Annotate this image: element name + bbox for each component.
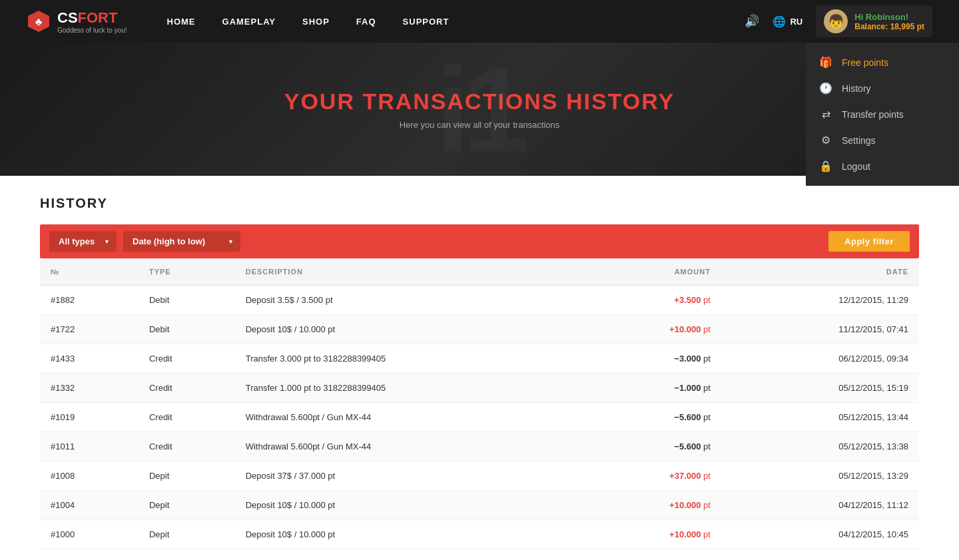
menu-label-logout: Logout [842, 161, 870, 172]
cell-description: Deposit 3.5$ / 3.500 pt [235, 286, 586, 315]
cell-description: Deposit 37$ / 37.000 pt [235, 461, 586, 491]
svg-text:♣: ♣ [35, 16, 43, 27]
cell-date: 05/12/2015, 15:19 [721, 374, 919, 403]
cell-date: 04/12/2015, 10:45 [721, 520, 919, 549]
logo[interactable]: ♣ CSFORT Goddess of luck to you! [27, 9, 127, 34]
hero-bg-decoration: i1 [436, 43, 523, 176]
sound-icon[interactable]: 🔊 [745, 14, 759, 29]
avatar: 👦 [824, 9, 848, 33]
menu-label-transfer-points: Transfer points [842, 109, 904, 120]
cell-date: 05/12/2015, 13:38 [721, 432, 919, 461]
table-header-row: № TYPE DESCRIPTION AMOUNT DATE [40, 258, 919, 286]
cell-num: #1011 [40, 432, 139, 461]
nav-gameplay[interactable]: GAMEPLAY [222, 17, 276, 27]
cell-amount: +37.000 pt [585, 461, 721, 491]
user-greeting: Hi Robinson! [854, 12, 924, 22]
menu-item-history[interactable]: 🕐 History [806, 75, 959, 101]
menu-item-free-points[interactable]: 🎁 Free points [806, 49, 959, 75]
user-balance: Balance: 18,995 pt [854, 22, 924, 31]
transfer-icon: ⇄ [819, 108, 832, 121]
menu-item-logout[interactable]: 🔒 Logout [806, 153, 959, 179]
cell-description: Transfer 1.000 pt to 3182288399405 [235, 374, 586, 403]
balance-value: 18,995 pt [890, 22, 924, 31]
cell-date: 06/12/2015, 09:34 [721, 344, 919, 374]
cell-amount: +10.000 pt [585, 315, 721, 344]
filter-bar: All types Debit Credit Depit Date (high … [40, 224, 919, 258]
cell-description: Withdrawal 5.600pt / Gun MX-44 [235, 432, 586, 461]
logo-icon: ♣ [27, 9, 51, 33]
table-row: #1433 Credit Transfer 3.000 pt to 318228… [40, 344, 919, 374]
apply-filter-button[interactable]: Apply filter [828, 231, 910, 252]
main-nav: HOME GAMEPLAY SHOP FAQ SUPPORT [167, 17, 745, 27]
table-row: #1019 Credit Withdrawal 5.600pt / Gun MX… [40, 403, 919, 432]
cell-description: Transfer 3.000 pt to 3182288399405 [235, 344, 586, 374]
gift-icon: 🎁 [819, 56, 832, 69]
cell-description: Deposit 10$ / 10.000 pt [235, 520, 586, 549]
col-date: DATE [721, 258, 919, 286]
cell-amount: −5.600 pt [585, 432, 721, 461]
cell-type: Debit [139, 286, 235, 315]
menu-item-settings[interactable]: ⚙ Settings [806, 127, 959, 153]
table-row: #1008 Depit Deposit 37$ / 37.000 pt +37.… [40, 461, 919, 491]
logo-tagline: Goddess of luck to you! [57, 27, 127, 34]
cell-type: Depit [139, 491, 235, 520]
table-row: #1332 Credit Transfer 1.000 pt to 318228… [40, 374, 919, 403]
cell-type: Credit [139, 403, 235, 432]
main-content: HISTORY All types Debit Credit Depit Dat… [0, 176, 959, 560]
table-row: #1011 Credit Withdrawal 5.600pt / Gun MX… [40, 432, 919, 461]
section-title: HISTORY [40, 196, 919, 211]
logo-text: CSFORT [57, 9, 127, 27]
balance-label: Balance: [854, 22, 888, 31]
cell-type: Depit [139, 461, 235, 491]
cell-num: #1722 [40, 315, 139, 344]
language-selector[interactable]: 🌐 RU [773, 15, 802, 28]
nav-home[interactable]: HOME [167, 17, 196, 27]
hero-title-prefix: YOUR TRANSACTIONS [284, 89, 566, 114]
cell-description: Deposit 10$ / 10.000 pt [235, 315, 586, 344]
cell-description: Deposit 10$ / 10.000 pt [235, 491, 586, 520]
hero-title-highlight: HISTORY [566, 89, 675, 114]
cell-num: #1019 [40, 403, 139, 432]
cell-amount: −3.000 pt [585, 344, 721, 374]
cell-amount: +10.000 pt [585, 491, 721, 520]
type-filter-select[interactable]: All types Debit Credit Depit [49, 231, 117, 252]
date-filter-select[interactable]: Date (high to low) Date (low to high) Am… [123, 231, 240, 252]
language-label: RU [790, 17, 802, 27]
cell-num: #1008 [40, 461, 139, 491]
col-amount: AMOUNT [585, 258, 721, 286]
user-info: Hi Robinson! Balance: 18,995 pt [854, 12, 924, 31]
history-icon: 🕐 [819, 82, 832, 95]
table-row: #1722 Debit Deposit 10$ / 10.000 pt +10.… [40, 315, 919, 344]
col-description: DESCRIPTION [235, 258, 586, 286]
nav-faq[interactable]: FAQ [356, 17, 376, 27]
cell-date: 05/12/2015, 13:29 [721, 461, 919, 491]
cell-type: Credit [139, 432, 235, 461]
nav-support[interactable]: SUPPORT [403, 17, 450, 27]
menu-label-free-points: Free points [842, 57, 888, 68]
cell-num: #1004 [40, 491, 139, 520]
gear-icon: ⚙ [819, 134, 832, 146]
header: ♣ CSFORT Goddess of luck to you! HOME GA… [0, 0, 959, 43]
col-type: TYPE [139, 258, 235, 286]
col-num: № [40, 258, 139, 286]
cell-amount: −1.000 pt [585, 374, 721, 403]
cell-amount: −5.600 pt [585, 403, 721, 432]
table-row: #1000 Depit Deposit 10$ / 10.000 pt +10.… [40, 520, 919, 549]
cell-date: 05/12/2015, 13:44 [721, 403, 919, 432]
transactions-table: № TYPE DESCRIPTION AMOUNT DATE #1882 Deb… [40, 258, 919, 549]
logout-icon: 🔒 [819, 160, 832, 172]
nav-shop[interactable]: SHOP [302, 17, 330, 27]
cell-date: 04/12/2015, 11:12 [721, 491, 919, 520]
menu-label-history: History [842, 83, 871, 94]
cell-amount: +3.500 pt [585, 286, 721, 315]
table-row: #1004 Depit Deposit 10$ / 10.000 pt +10.… [40, 491, 919, 520]
cell-date: 12/12/2015, 11:29 [721, 286, 919, 315]
avatar-image: 👦 [828, 13, 844, 29]
cell-type: Debit [139, 315, 235, 344]
date-filter-wrapper: Date (high to low) Date (low to high) Am… [123, 231, 240, 252]
table-row: #1882 Debit Deposit 3.5$ / 3.500 pt +3.5… [40, 286, 919, 315]
user-dropdown-menu: 🎁 Free points 🕐 History ⇄ Transfer point… [806, 43, 959, 186]
user-menu-trigger[interactable]: 👦 Hi Robinson! Balance: 18,995 pt [816, 5, 932, 37]
menu-item-transfer-points[interactable]: ⇄ Transfer points [806, 101, 959, 127]
header-right: 🔊 🌐 RU 👦 Hi Robinson! Balance: 18,995 pt [745, 5, 932, 37]
